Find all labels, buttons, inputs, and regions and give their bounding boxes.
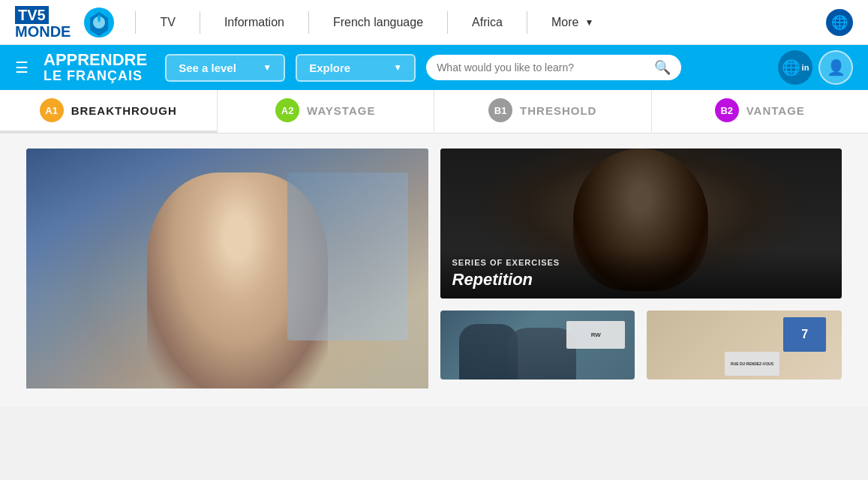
nav-divider-4 [447,11,448,34]
tab-b1[interactable]: B1 THRESHOLD [434,90,652,133]
nav-links: TV Information French language Africa Mo… [143,11,826,34]
tab-a2[interactable]: A2 WAYSTAGE [218,90,435,133]
tab-b2-label: VANTAGE [746,104,805,117]
monde-text: MONDE [15,24,71,39]
tv5monde-logo[interactable]: TV5 MONDE [15,6,71,39]
linkedin-globe-button[interactable]: 🌐 in [778,50,812,85]
nav-more[interactable]: More ▼ [535,16,610,29]
tab-a1[interactable]: A1 BREAKTHROUGH [0,90,218,133]
user-icon: 👤 [827,58,845,76]
search-icon[interactable]: 🔍 [654,59,671,76]
nav-divider-5 [527,11,527,34]
tab-a1-label: BREAKTHROUGH [71,104,177,117]
search-input[interactable] [437,62,648,74]
badge-b1: B1 [488,98,512,122]
see-level-button[interactable]: See a level ▼ [165,54,285,82]
apprendre-line1: APPRENDRE [44,51,147,69]
tv5monde-icon [83,6,116,39]
content-area: SERIES OF EXERCISES Repetition RW [0,134,868,406]
badge-a1: A1 [40,98,64,122]
video-grid: SERIES OF EXERCISES Repetition RW [26,148,842,392]
bottom-row: RW 7 RUE DU RENDEZ-VOUS [440,310,842,380]
globe-icon-secondary: 🌐 [782,58,800,76]
right-column: SERIES OF EXERCISES Repetition RW [440,148,842,380]
secondary-nav: ☰ APPRENDRE LE FRANÇAIS See a level ▼ Ex… [0,45,868,90]
tab-b2[interactable]: B2 VANTAGE [652,90,869,133]
nav-tv[interactable]: TV [143,16,191,29]
level-tabs: A1 BREAKTHROUGH A2 WAYSTAGE B1 THRESHOLD… [0,90,868,134]
globe-icon: 🌐 [831,14,848,31]
nav-french-language[interactable]: French language [317,16,440,29]
apprendre-line2: LE FRANÇAIS [44,69,147,84]
repetition-video-card[interactable]: SERIES OF EXERCISES Repetition [440,148,842,298]
explore-chevron: ▼ [393,62,402,73]
nav-africa[interactable]: Africa [455,16,519,29]
featured-video-card[interactable] [26,148,428,392]
tab-b1-label: THRESHOLD [520,104,596,117]
repetition-overlay: SERIES OF EXERCISES Repetition [440,249,842,298]
nav-right-globe: 🌐 [826,9,853,36]
secondary-nav-right: 🌐 in 👤 [778,50,853,85]
badge-a2: A2 [275,98,299,122]
series-label: SERIES OF EXERCISES [452,258,830,267]
chevron-down-icon: ▼ [584,17,593,28]
globe-button[interactable]: 🌐 [826,9,853,36]
nav-divider-3 [308,11,309,34]
badge-b2: B2 [715,98,739,122]
apprendre-logo: APPRENDRE LE FRANÇAIS [44,51,147,84]
explore-button[interactable]: Explore ▼ [296,54,416,82]
see-level-chevron: ▼ [263,62,272,73]
top-nav: TV5 MONDE TV Information French language… [0,0,868,45]
nav-divider-2 [200,11,200,34]
hamburger-menu[interactable]: ☰ [15,58,29,76]
nav-information[interactable]: Information [208,16,301,29]
nav-divider-1 [135,11,136,34]
repetition-card-title: Repetition [452,270,830,290]
user-account-button[interactable]: 👤 [818,50,853,85]
bottom-right-card[interactable]: 7 RUE DU RENDEZ-VOUS [647,310,842,380]
tv5-text: TV5 [15,6,49,24]
linkedin-icon: in [802,63,809,72]
tab-a2-label: WAYSTAGE [307,104,375,117]
bottom-left-card[interactable]: RW [440,310,635,380]
search-bar: 🔍 [426,55,681,80]
